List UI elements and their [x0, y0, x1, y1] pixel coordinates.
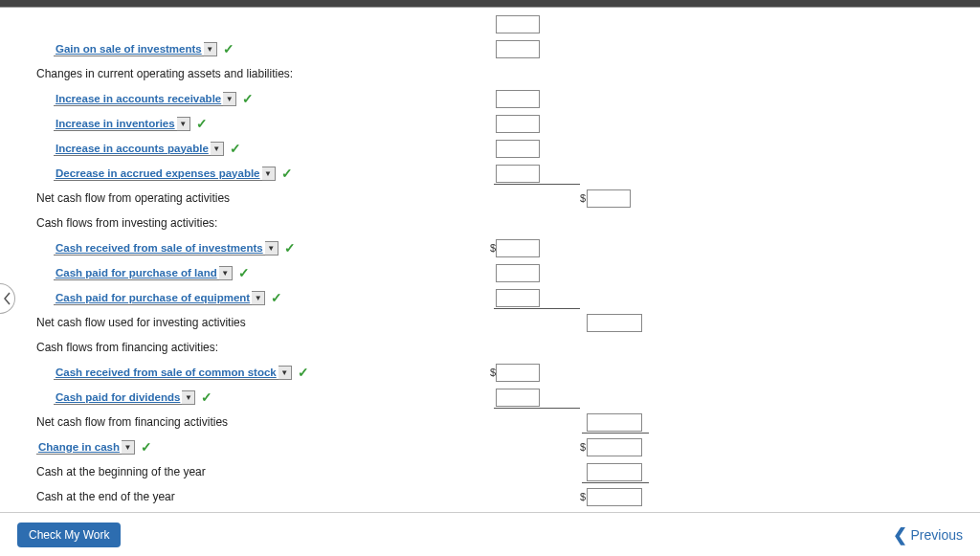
label-cf-investing: Cash flows from investing activities: — [36, 216, 217, 230]
label-net-cash-invest: Net cash flow used for investing activit… — [36, 316, 246, 329]
label-net-cash-op: Net cash flow from operating activities — [36, 191, 230, 205]
dropdown-incr-inv[interactable]: Increase in inventories — [54, 117, 177, 131]
chevron-down-icon[interactable]: ▼ — [204, 42, 217, 56]
dropdown-cash-paid-land[interactable]: Cash paid for purchase of land — [54, 266, 219, 280]
amount-input[interactable] — [496, 289, 540, 307]
check-icon: ✓ — [298, 365, 309, 380]
chevron-down-icon[interactable]: ▼ — [223, 92, 236, 106]
chevron-down-icon[interactable]: ▼ — [177, 117, 190, 131]
label-cf-financing: Cash flows from financing activities: — [36, 341, 218, 354]
chevron-down-icon[interactable]: ▼ — [182, 390, 195, 405]
row-gain-sale-investments: Gain on sale of investments ▼ ✓ — [36, 36, 951, 61]
check-icon: ✓ — [201, 389, 212, 405]
worksheet-content: Gain on sale of investments ▼ ✓ Changes … — [0, 8, 980, 510]
dropdown-change-in-cash[interactable]: Change in cash — [36, 440, 122, 455]
check-icon: ✓ — [284, 240, 296, 256]
chevron-down-icon[interactable]: ▼ — [278, 366, 292, 380]
dropdown-cash-sale-invest[interactable]: Cash received from sale of investments — [54, 241, 265, 256]
check-icon: ✓ — [196, 116, 208, 131]
amount-input[interactable] — [496, 115, 540, 133]
check-icon: ✓ — [281, 166, 293, 181]
amount-input[interactable] — [496, 389, 540, 407]
dropdown-incr-ap[interactable]: Increase in accounts payable — [54, 142, 211, 156]
chevron-down-icon[interactable]: ▼ — [211, 142, 224, 156]
amount-input[interactable] — [496, 264, 540, 282]
dollar-sign: $ — [580, 192, 586, 204]
amount-input[interactable] — [496, 15, 540, 33]
chevron-down-icon[interactable]: ▼ — [122, 440, 135, 455]
dropdown-gain-sale-investments[interactable]: Gain on sale of investments — [54, 42, 204, 56]
amount-input[interactable] — [587, 413, 642, 432]
chevron-down-icon[interactable]: ▼ — [219, 266, 233, 280]
chevron-down-icon[interactable]: ▼ — [265, 241, 278, 256]
row-changes-heading: Changes in current operating assets and … — [36, 61, 951, 86]
amount-input[interactable] — [587, 314, 642, 332]
amount-input[interactable] — [587, 438, 642, 456]
subtotal-underline — [582, 482, 649, 483]
subtotal-underline — [582, 433, 649, 434]
dropdown-cash-paid-equip[interactable]: Cash paid for purchase of equipment — [54, 291, 252, 305]
dollar-sign: $ — [580, 441, 586, 453]
amount-input[interactable] — [496, 364, 540, 382]
check-icon: ✓ — [242, 91, 254, 106]
check-icon: ✓ — [223, 41, 234, 56]
amount-input[interactable] — [587, 189, 631, 208]
chevron-down-icon[interactable]: ▼ — [262, 167, 276, 181]
window-top-bar — [0, 0, 980, 8]
amount-input[interactable] — [587, 463, 642, 481]
dropdown-decr-accrued[interactable]: Decrease in accrued expenses payable — [54, 167, 262, 181]
dropdown-cash-dividends[interactable]: Cash paid for dividends — [54, 390, 182, 405]
dropdown-cash-common-stock[interactable]: Cash received from sale of common stock — [54, 366, 278, 380]
label-changes-heading: Changes in current operating assets and … — [36, 67, 293, 80]
check-icon: ✓ — [230, 141, 241, 156]
label-cash-end: Cash at the end of the year — [36, 490, 175, 503]
subtotal-underline — [494, 408, 580, 409]
check-icon: ✓ — [271, 290, 282, 305]
label-net-cash-fin: Net cash flow from financing activities — [36, 415, 228, 429]
amount-input[interactable] — [496, 165, 540, 183]
dropdown-incr-ar[interactable]: Increase in accounts receivable — [54, 92, 223, 106]
check-icon: ✓ — [238, 265, 250, 280]
check-icon: ✓ — [141, 439, 152, 455]
label-cash-begin: Cash at the beginning of the year — [36, 465, 206, 478]
amount-input[interactable] — [496, 140, 540, 158]
subtotal-underline — [494, 184, 580, 185]
chevron-down-icon[interactable]: ▼ — [252, 291, 265, 305]
amount-input[interactable] — [496, 90, 540, 108]
amount-input[interactable] — [496, 239, 540, 257]
dollar-sign: $ — [580, 491, 586, 502]
amount-input[interactable] — [587, 488, 642, 506]
amount-input[interactable] — [496, 40, 540, 58]
subtotal-underline — [494, 308, 580, 309]
